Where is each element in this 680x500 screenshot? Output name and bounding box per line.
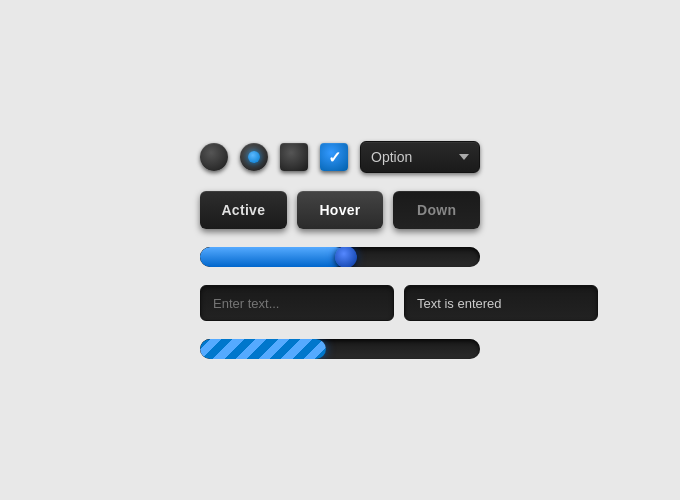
slider-fill — [200, 247, 346, 267]
active-button[interactable]: Active — [200, 191, 287, 229]
progress-row — [200, 339, 480, 359]
dropdown[interactable]: Option — [360, 141, 480, 173]
slider-row — [200, 247, 480, 267]
slider-track[interactable] — [200, 247, 480, 267]
empty-text-input[interactable] — [200, 285, 394, 321]
chevron-down-icon — [459, 154, 469, 160]
controls-row: Option — [200, 141, 480, 173]
radio-active[interactable] — [240, 143, 268, 171]
progress-fill — [200, 339, 326, 359]
filled-text-input[interactable] — [404, 285, 598, 321]
ui-panel: Option Active Hover Down — [160, 111, 520, 389]
hover-button[interactable]: Hover — [297, 191, 384, 229]
dropdown-label: Option — [371, 149, 412, 165]
down-button[interactable]: Down — [393, 191, 480, 229]
progress-track — [200, 339, 480, 359]
buttons-row: Active Hover Down — [200, 191, 480, 229]
checkbox-checked[interactable] — [320, 143, 348, 171]
checkbox-unchecked[interactable] — [280, 143, 308, 171]
inputs-row — [200, 285, 480, 321]
radio-inactive[interactable] — [200, 143, 228, 171]
slider-thumb[interactable] — [335, 247, 357, 267]
